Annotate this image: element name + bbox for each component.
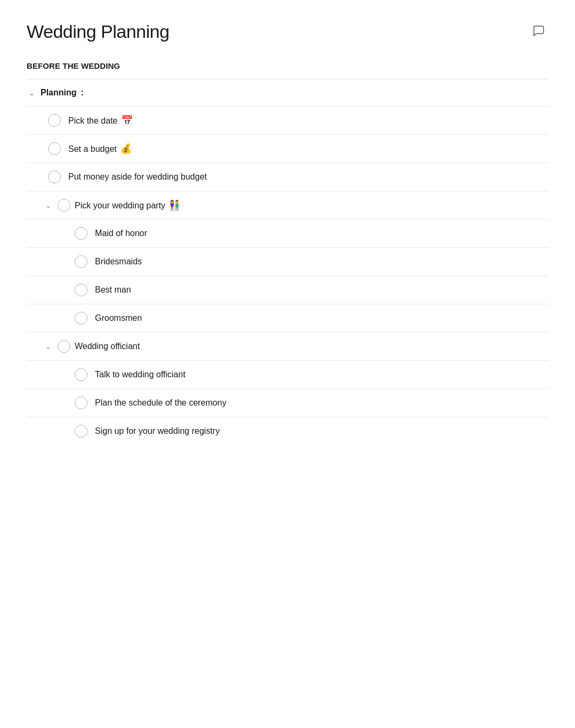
task-label-set-budget: Set a budget 💰 <box>68 143 132 155</box>
task-list: Pick the date 📅 Set a budget 💰 <box>27 106 548 445</box>
radio-wedding-officiant[interactable] <box>58 340 70 353</box>
task-row-talk-to-officiant[interactable]: Talk to wedding officiant <box>27 361 548 389</box>
page-container: Wedding Planning BEFORE THE WEDDING ⌄ Pl… <box>0 0 575 466</box>
radio-set-budget[interactable] <box>48 142 61 155</box>
section-header-before-wedding: BEFORE THE WEDDING <box>27 61 548 79</box>
task-row-wedding-officiant[interactable]: ⌄ Wedding officiant <box>27 333 548 360</box>
task-label-groomsmen: Groomsmen <box>95 313 142 323</box>
task-item-best-man: Best man <box>27 276 548 304</box>
task-label-put-money: Put money aside for wedding budget <box>68 172 207 182</box>
page-title: Wedding Planning <box>27 21 169 42</box>
task-emoji-pick-date: 📅 <box>121 115 133 126</box>
task-item-bridesmaids: Bridesmaids <box>27 247 548 276</box>
task-item-pick-date: Pick the date 📅 <box>27 106 548 134</box>
task-row-bridesmaids[interactable]: Bridesmaids <box>27 248 548 276</box>
task-item-put-money: Put money aside for wedding budget <box>27 163 548 191</box>
radio-wedding-party[interactable] <box>58 199 70 212</box>
task-item-sign-up-registry: Sign up for your wedding registry <box>27 417 548 445</box>
task-row-maid-of-honor[interactable]: Maid of honor <box>27 220 548 247</box>
radio-sign-up-registry[interactable] <box>75 425 87 438</box>
planning-group-label: Planning <box>41 88 77 98</box>
task-emoji-wedding-party: 👫 <box>169 200 180 211</box>
task-label-pick-date: Pick the date 📅 <box>68 115 133 126</box>
task-row-set-budget[interactable]: Set a budget 💰 <box>27 135 548 163</box>
task-label-talk-to-officiant: Talk to wedding officiant <box>95 370 186 379</box>
task-item-wedding-party: ⌄ Pick your wedding party 👫 <box>27 191 548 219</box>
task-label-plan-schedule: Plan the schedule of the ceremony <box>95 398 226 408</box>
task-label-bridesmaids: Bridesmaids <box>95 257 142 266</box>
task-row-groomsmen[interactable]: Groomsmen <box>27 304 548 332</box>
radio-put-money[interactable] <box>48 171 61 183</box>
page-header: Wedding Planning <box>27 21 548 42</box>
before-wedding-section: BEFORE THE WEDDING ⌄ Planning: Pick the … <box>27 61 548 445</box>
radio-pick-date[interactable] <box>48 114 61 127</box>
task-item-groomsmen: Groomsmen <box>27 304 548 332</box>
task-row-pick-date[interactable]: Pick the date 📅 <box>27 107 548 134</box>
task-item-wedding-officiant: ⌄ Wedding officiant <box>27 332 548 360</box>
chevron-wedding-officiant: ⌄ <box>43 343 53 351</box>
radio-talk-to-officiant[interactable] <box>75 368 87 381</box>
task-row-wedding-party[interactable]: ⌄ Pick your wedding party 👫 <box>27 191 548 219</box>
task-item-maid-of-honor: Maid of honor <box>27 219 548 247</box>
task-row-sign-up-registry[interactable]: Sign up for your wedding registry <box>27 417 548 445</box>
task-row-best-man[interactable]: Best man <box>27 276 548 304</box>
chevron-wedding-party: ⌄ <box>43 201 53 209</box>
planning-chevron-icon: ⌄ <box>27 88 36 98</box>
radio-plan-schedule[interactable] <box>75 397 87 409</box>
task-item-set-budget: Set a budget 💰 <box>27 134 548 163</box>
task-label-maid-of-honor: Maid of honor <box>95 229 147 238</box>
radio-bridesmaids[interactable] <box>75 255 87 268</box>
radio-best-man[interactable] <box>75 284 87 296</box>
task-row-plan-schedule[interactable]: Plan the schedule of the ceremony <box>27 389 548 417</box>
task-label-best-man: Best man <box>95 285 131 295</box>
task-label-sign-up-registry: Sign up for your wedding registry <box>95 426 220 436</box>
task-emoji-set-budget: 💰 <box>120 143 132 154</box>
task-row-put-money[interactable]: Put money aside for wedding budget <box>27 163 548 191</box>
task-item-plan-schedule: Plan the schedule of the ceremony <box>27 389 548 417</box>
comment-button[interactable] <box>529 21 548 41</box>
task-label-wedding-officiant: Wedding officiant <box>75 342 140 351</box>
comment-icon <box>532 25 545 37</box>
radio-maid-of-honor[interactable] <box>75 227 87 240</box>
planning-group-header[interactable]: ⌄ Planning: <box>27 79 548 106</box>
radio-groomsmen[interactable] <box>75 312 87 325</box>
task-label-wedding-party: Pick your wedding party 👫 <box>75 199 180 211</box>
task-item-talk-to-officiant: Talk to wedding officiant <box>27 360 548 389</box>
